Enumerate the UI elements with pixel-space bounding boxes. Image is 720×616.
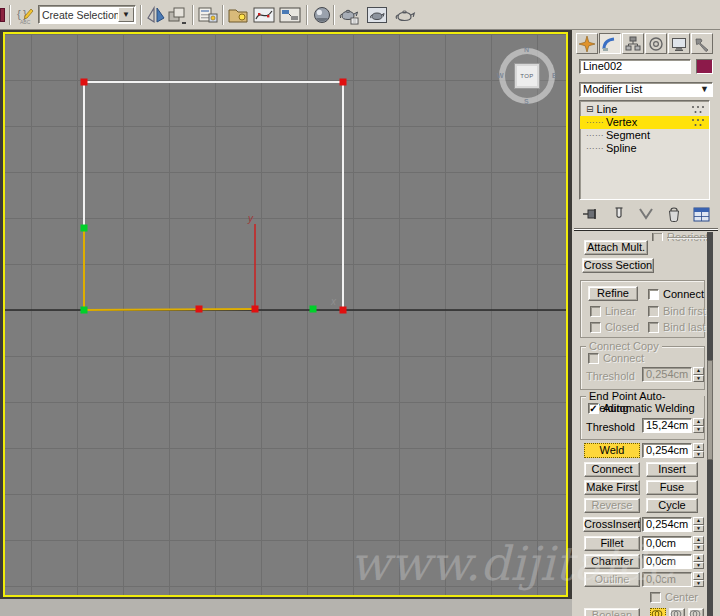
refine-button[interactable]: Refine (588, 286, 638, 301)
chevron-down-icon[interactable]: ▼ (700, 83, 712, 96)
material-editor-icon[interactable] (311, 4, 333, 26)
viewcube[interactable]: N S W E TOP (499, 48, 555, 104)
tab-hierarchy[interactable] (622, 33, 644, 54)
spinner-control[interactable]: ▲▼ (693, 443, 704, 458)
group-title: Connect Copy (586, 340, 662, 352)
tab-motion[interactable] (645, 33, 667, 54)
spinner-control[interactable]: ▲▼ (693, 572, 704, 587)
spinner-control[interactable]: ▲▼ (693, 367, 704, 382)
modifier-stack[interactable]: ⊟ Line ⋯⋯ Vertex ⋯⋯ Segment ⋯⋯ Spline (579, 100, 710, 200)
chamfer-button[interactable]: Chamfer (584, 554, 640, 569)
chevron-down-icon[interactable]: ▼ (118, 7, 134, 22)
align-icon[interactable] (166, 4, 188, 26)
spline-vertex[interactable] (340, 79, 347, 86)
viewcube-top-face[interactable]: TOP (514, 63, 540, 89)
layer-manager-icon[interactable] (197, 4, 219, 26)
modifier-list-dropdown[interactable]: Modifier List ▼ (579, 82, 713, 97)
weld-threshold-field[interactable]: 0,254cm (642, 443, 692, 458)
chamfer-field[interactable]: 0,0cm (642, 554, 692, 569)
viewcube-north[interactable]: N (524, 46, 529, 53)
top-viewport[interactable]: yx N S W E TOP (3, 32, 568, 597)
utilities-icon (694, 36, 710, 52)
spline-segment[interactable] (84, 309, 255, 310)
show-end-result-icon[interactable] (612, 206, 626, 222)
quick-render-icon[interactable] (394, 4, 416, 26)
boolean-intersect-icon[interactable] (688, 608, 704, 616)
checkbox-box (590, 306, 601, 317)
light-lister-icon[interactable] (227, 4, 249, 26)
modify-icon (602, 36, 618, 52)
spinner-control[interactable]: ▲▼ (693, 554, 704, 569)
configure-modifier-sets-icon[interactable] (693, 207, 710, 222)
stack-item-label: Segment (606, 129, 650, 142)
checkbox-label: Bind first (663, 305, 706, 317)
automatic-welding-checkbox[interactable]: ✓ Automatic Welding (588, 402, 695, 414)
stack-item-line[interactable]: ⊟ Line (580, 103, 709, 116)
checkbox-label: Bind last (663, 321, 705, 333)
spinner-control[interactable]: ▲▼ (693, 536, 704, 551)
mirror-icon[interactable] (145, 4, 167, 26)
fuse-button[interactable]: Fuse (646, 480, 698, 495)
cross-insert-field[interactable]: 0,254cm (642, 517, 692, 532)
viewcube-east[interactable]: E (552, 72, 557, 79)
viewcube-west[interactable]: W (497, 72, 504, 79)
stack-item-vertex[interactable]: ⋯⋯ Vertex (580, 116, 709, 129)
tab-display[interactable] (668, 33, 690, 54)
reorient-checkbox[interactable]: Reorient (652, 233, 709, 241)
spline-shape[interactable]: yx (5, 34, 566, 595)
auto-weld-threshold-field[interactable]: 15,24cm (642, 418, 692, 433)
toolbar-separator (333, 5, 335, 25)
pin-stack-icon[interactable] (582, 206, 599, 222)
boolean-subtract-icon[interactable] (669, 608, 685, 616)
boolean-union-icon[interactable] (650, 608, 666, 616)
connect-button[interactable]: Connect (584, 462, 640, 477)
spline-vertex[interactable] (81, 225, 88, 232)
spline-vertex[interactable] (196, 306, 203, 313)
cross-insert-button[interactable]: CrossInsert (583, 517, 641, 532)
tab-utilities[interactable] (691, 33, 713, 54)
checkbox-box[interactable] (652, 233, 663, 241)
weld-button[interactable]: Weld (584, 443, 640, 458)
panel-scrollbar[interactable] (707, 232, 713, 616)
schematic-view-icon[interactable] (279, 4, 301, 26)
stack-item-segment[interactable]: ⋯⋯ Segment (580, 129, 709, 142)
collapse-icon[interactable]: ⊟ (586, 103, 594, 116)
rendered-frame-window-icon[interactable] (366, 4, 388, 26)
make-unique-icon[interactable] (638, 207, 654, 221)
clipped-icon (0, 8, 5, 22)
tab-create[interactable] (576, 33, 598, 54)
connect-checkbox[interactable]: Connect (648, 288, 704, 300)
linear-checkbox: Linear (590, 305, 636, 317)
named-selection-sets-dropdown[interactable]: Create Selection Se ▼ (38, 5, 136, 24)
checkbox-box[interactable]: ✓ (588, 403, 599, 414)
object-name-field[interactable]: Line002 (579, 59, 691, 74)
remove-modifier-icon[interactable] (667, 206, 681, 222)
spline-vertex[interactable] (81, 307, 88, 314)
spinner-control[interactable]: ▲▼ (693, 418, 704, 433)
render-setup-icon[interactable] (338, 4, 360, 26)
cycle-button[interactable]: Cycle (646, 498, 698, 513)
curve-editor-icon[interactable] (253, 4, 275, 26)
viewcube-south[interactable]: S (524, 98, 529, 105)
spline-vertex[interactable] (252, 306, 259, 313)
fillet-button[interactable]: Fillet (584, 536, 640, 551)
checkbox-box[interactable] (648, 289, 659, 300)
fillet-field[interactable]: 0,0cm (642, 536, 692, 551)
checkbox-box (650, 592, 661, 603)
modifier-list-label: Modifier List (583, 83, 700, 96)
tab-modify[interactable] (599, 33, 621, 54)
stack-item-spline[interactable]: ⋯⋯ Spline (580, 142, 709, 155)
spline-vertex[interactable] (81, 79, 88, 86)
spline-vertex[interactable] (310, 306, 317, 313)
stack-toolbar (582, 203, 710, 225)
edit-named-selections-icon[interactable]: { } ABC (15, 4, 37, 26)
scrollbar-thumb[interactable] (707, 360, 713, 460)
spinner-control[interactable]: ▲▼ (693, 517, 704, 532)
insert-button[interactable]: Insert (646, 462, 698, 477)
object-color-swatch[interactable] (696, 59, 713, 74)
toolbar-separator (9, 5, 11, 25)
attach-mult-button[interactable]: Attach Mult. (584, 240, 648, 255)
spline-vertex[interactable] (340, 307, 347, 314)
make-first-button[interactable]: Make First (584, 480, 640, 495)
cross-section-button[interactable]: Cross Section (582, 258, 654, 273)
